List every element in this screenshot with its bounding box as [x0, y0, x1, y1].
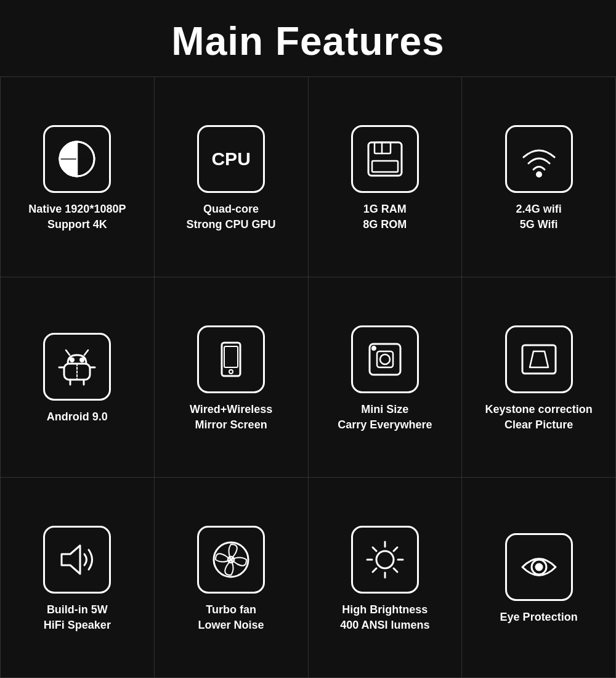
svg-point-10 — [537, 172, 541, 176]
speaker-icon — [55, 538, 99, 581]
feature-mirror: Wired+WirelessMirror Screen — [155, 277, 309, 478]
svg-point-13 — [81, 359, 84, 362]
half-circle-icon — [55, 137, 99, 181]
cpu-label: Quad-coreStrong CPU GPU — [187, 202, 276, 232]
wifi-icon — [517, 137, 561, 181]
feature-keystone: Keystone correctionClear Picture — [462, 277, 616, 478]
keystone-icon — [517, 338, 561, 381]
svg-rect-6 — [368, 142, 402, 176]
svg-rect-23 — [224, 346, 238, 367]
svg-marker-29 — [530, 351, 548, 367]
feature-android: Android 9.0 — [1, 277, 155, 478]
svg-line-15 — [84, 350, 88, 355]
features-grid: Native 1920*1080PSupport 4K CPU Quad-cor… — [0, 76, 616, 678]
svg-marker-30 — [62, 545, 80, 574]
resolution-icon-box — [43, 125, 111, 193]
speaker-icon-box — [43, 526, 111, 594]
mirror-label: Wired+WirelessMirror Screen — [190, 402, 272, 433]
sun-icon — [363, 538, 407, 581]
ram-label: 1G RAM8G ROM — [363, 202, 407, 232]
fan-icon-box — [197, 526, 265, 594]
wifi-icon-box — [505, 125, 573, 193]
svg-line-39 — [394, 568, 397, 572]
svg-line-14 — [66, 350, 70, 355]
cpu-icon-box: CPU — [197, 125, 265, 193]
svg-line-40 — [394, 547, 397, 551]
android-icon — [55, 345, 99, 388]
feature-eye: Eye Protection — [462, 478, 616, 678]
svg-rect-8 — [372, 161, 398, 172]
svg-point-26 — [380, 354, 390, 364]
fan-label: Turbo fanLower Noise — [198, 602, 264, 633]
feature-resolution: Native 1920*1080PSupport 4K — [1, 77, 155, 277]
feature-ram: 1G RAM8G ROM — [309, 77, 463, 277]
svg-point-33 — [376, 551, 394, 568]
brightness-icon-box — [351, 526, 419, 594]
android-label: Android 9.0 — [47, 409, 108, 425]
keystone-icon-box — [505, 325, 573, 393]
svg-point-43 — [536, 564, 542, 570]
eye-label: Eye Protection — [500, 610, 578, 625]
svg-point-22 — [229, 370, 233, 374]
eye-icon — [517, 545, 561, 589]
mirror-icon-box — [197, 325, 265, 393]
floppy-icon — [363, 137, 407, 181]
cpu-icon: CPU — [211, 149, 250, 170]
camera-cube-icon — [363, 338, 407, 381]
wifi-label: 2.4G wifi5G Wifi — [516, 202, 562, 232]
feature-speaker: Build-in 5WHiFi Speaker — [1, 478, 155, 678]
tablet-icon — [209, 338, 253, 381]
feature-brightness: High Brightness400 ANSI lumens — [309, 478, 463, 678]
svg-line-41 — [373, 568, 376, 572]
eye-icon-box — [505, 533, 573, 601]
page-title: Main Features — [159, 0, 456, 76]
brightness-label: High Brightness400 ANSI lumens — [340, 602, 429, 633]
svg-line-38 — [373, 547, 376, 551]
mini-label: Mini SizeCarry Everywhere — [338, 402, 432, 433]
feature-wifi: 2.4G wifi5G Wifi — [462, 77, 616, 277]
resolution-label: Native 1920*1080PSupport 4K — [28, 202, 126, 232]
svg-point-27 — [372, 346, 375, 349]
feature-fan: Turbo fanLower Noise — [155, 478, 309, 678]
android-icon-box — [43, 333, 111, 401]
keystone-label: Keystone correctionClear Picture — [485, 402, 593, 433]
feature-mini: Mini SizeCarry Everywhere — [309, 277, 463, 478]
speaker-label: Build-in 5WHiFi Speaker — [44, 602, 111, 633]
mini-icon-box — [351, 325, 419, 393]
fan-icon — [209, 538, 253, 581]
svg-point-12 — [71, 359, 74, 362]
ram-icon-box — [351, 125, 419, 193]
svg-rect-28 — [522, 345, 556, 374]
feature-cpu: CPU Quad-coreStrong CPU GPU — [155, 77, 309, 277]
